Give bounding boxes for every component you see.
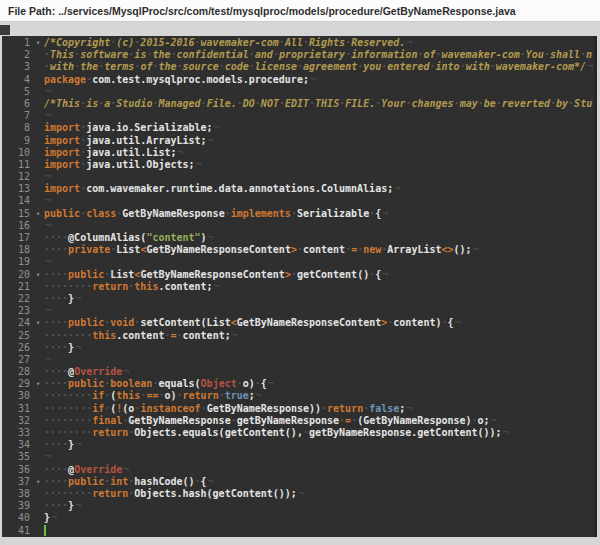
code-line[interactable]: 26····}¬ [2,342,594,354]
line-end-mark: ¬ [45,86,51,97]
line-end-mark: ¬ [256,390,262,401]
fold-gutter [32,74,44,86]
code-line[interactable]: 40}¬ [2,512,594,524]
token-pl: ····} [44,342,74,353]
code-line[interactable]: 37▾····public·int·hashCode()·{¬ [2,476,594,488]
code-line[interactable]: 13import·com.wavemaker.runtime.data.anno… [2,183,594,195]
code-line[interactable]: 17····@ColumnAlias("content")¬ [2,232,594,244]
code-line[interactable]: 38········return·Objects.hash(getContent… [2,488,594,500]
token-pl: ·content; [177,330,231,341]
token-pl: ·com.wavemaker.runtime.data.annotations.… [80,183,393,194]
code-line[interactable]: 14¬ [2,195,594,207]
token-kw: == [146,390,158,401]
fold-toggle-icon[interactable]: ▾ [32,37,44,49]
code-editor[interactable]: 1▾/*Copyright·(c)·2015-2016·wavemaker-co… [2,36,597,537]
token-kw: return [327,403,363,414]
code-line[interactable]: 25········this.content·=·content;¬ [2,330,594,342]
line-number: 36 [2,464,32,476]
file-path-bar: File Path: ../services/MysqlProc/src/com… [0,0,600,22]
code-line[interactable]: 34····}¬ [2,439,594,451]
whitespace-dots: · [369,208,375,219]
code-line[interactable]: 3·with·the·terms·of·the·source·code·lice… [2,61,594,73]
line-end-mark: ¬ [406,37,412,48]
code-line[interactable]: 39····}¬ [2,500,594,512]
whitespace-dots: · [177,61,183,72]
code-line[interactable]: 23¬ [2,305,594,317]
code-line[interactable]: 7¬ [2,110,594,122]
line-end-mark: ¬ [214,122,220,133]
code-text: ····private·List<GetByNameResponseConten… [44,244,594,256]
whitespace-dots: · [472,415,478,426]
code-line[interactable]: 28····@Override¬ [2,366,594,378]
code-line[interactable]: 2·This·software·is·the·confidential·and·… [2,49,594,61]
whitespace-dots: ···· [44,293,68,304]
fold-toggle-icon[interactable]: ▾ [32,208,44,220]
fold-gutter [32,305,44,317]
code-line[interactable]: 36····@Override¬ [2,464,594,476]
token-pl: ·setContent(List [134,317,230,328]
line-end-mark: ¬ [593,98,594,109]
fold-toggle-icon[interactable]: ▾ [32,269,44,281]
code-line[interactable]: 22····}¬ [2,293,594,305]
token-kw: return [183,390,219,401]
token-pl: ·(GetByNameResponse)·o; [351,415,490,426]
token-pl: ···· [44,317,68,328]
code-text: ¬ [44,195,594,207]
token-pl: GetByNameResponseContent [146,244,291,255]
line-number: 29 [2,378,32,390]
code-line[interactable]: 27¬ [2,354,594,366]
code-line[interactable]: 19¬ [2,256,594,268]
whitespace-dots: · [345,37,351,48]
code-line[interactable]: 29▾····public·boolean·equals(Object·o)·{… [2,378,594,390]
line-end-mark: ¬ [310,74,316,85]
whitespace-dots: · [237,98,243,109]
whitespace-dots: · [309,98,315,109]
code-line[interactable]: 24▾····public·void·setContent(List<GetBy… [2,317,594,329]
code-line[interactable]: 12¬ [2,171,594,183]
code-line[interactable]: 5¬ [2,86,594,98]
code-text: ¬ [44,171,594,183]
token-kw: if [92,390,104,401]
code-line[interactable]: 16¬ [2,220,594,232]
token-kw: class [86,208,116,219]
fold-gutter [32,256,44,268]
whitespace-dots: · [219,61,225,72]
line-number: 1 [2,37,32,49]
token-pl: ·Objects.equals(getContent(),·getByNameR… [128,427,501,438]
token-pl: ········ [44,488,92,499]
code-line[interactable]: 31········if·(!(o·instanceof·GetByNameRe… [2,403,594,415]
code-line[interactable]: 4package·com.test.mysqlproc.models.proce… [2,74,594,86]
code-line[interactable]: 11import·java.util.Objects;¬ [2,159,594,171]
code-line[interactable]: 10import·java.util.List;¬ [2,147,594,159]
token-pl: ····} [44,439,74,450]
code-line[interactable]: 15▾public·class·GetByNameResponse·implem… [2,208,594,220]
code-line[interactable]: 35¬ [2,451,594,463]
whitespace-dots: · [430,61,436,72]
code-line[interactable]: 20▾····public·List<GetByNameResponseCont… [2,269,594,281]
token-kw: return [92,488,128,499]
fold-toggle-icon[interactable]: ▾ [32,476,44,488]
fold-toggle-icon[interactable]: ▾ [32,378,44,390]
code-line[interactable]: 21········return·this.content;¬ [2,281,594,293]
code-line[interactable]: 41 [2,525,594,537]
code-line[interactable]: 8import·java.io.Serializable;¬ [2,122,594,134]
whitespace-dots: · [104,403,110,414]
code-line[interactable]: 1▾/*Copyright·(c)·2015-2016·wavemaker-co… [2,37,594,49]
code-text: ········if·(!(o·instanceof·GetByNameResp… [44,403,594,415]
code-line[interactable]: 33········return·Objects.equals(getConte… [2,427,594,439]
code-line[interactable]: 32········final·GetByNameResponse·getByN… [2,415,594,427]
code-line[interactable]: 6/*This·is·a·Studio·Managed·File.·DO·NOT… [2,98,594,110]
line-end-mark: ¬ [214,281,220,292]
code-line[interactable]: 9import·java.util.ArrayList;¬ [2,135,594,147]
whitespace-dots: ···· [44,232,68,243]
whitespace-dots: · [345,49,351,60]
token-pl: ····@ColumnAlias( [44,232,146,243]
line-end-mark: ¬ [45,171,51,182]
code-line[interactable]: 18····private·List<GetByNameResponseCont… [2,244,594,256]
code-text: ····public·List<GetByNameResponseContent… [44,269,594,281]
token-pl: ·java.io.Serializable; [80,122,212,133]
whitespace-dots: · [80,98,86,109]
whitespace-dots: · [568,98,574,109]
code-line[interactable]: 30········if·(this·==·o)·return·true;¬ [2,390,594,402]
fold-toggle-icon[interactable]: ▾ [32,317,44,329]
